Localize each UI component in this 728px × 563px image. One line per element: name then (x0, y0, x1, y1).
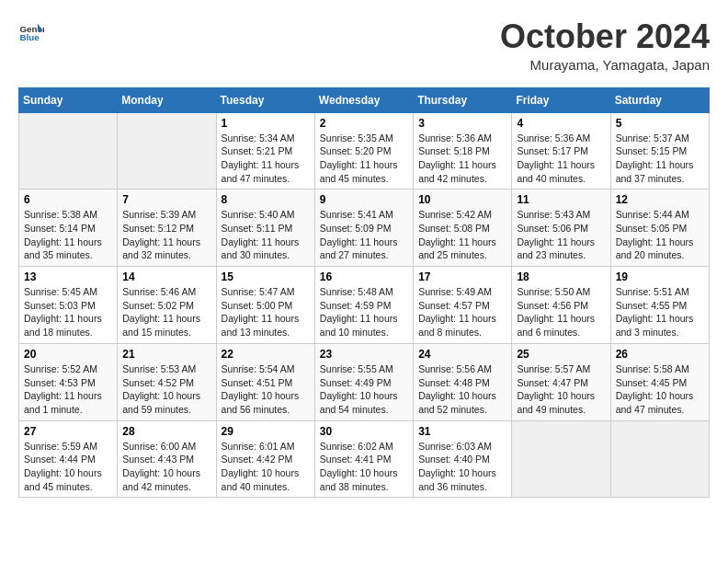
day-number: 28 (122, 425, 210, 438)
table-row (19, 112, 118, 190)
day-info: Sunrise: 6:02 AM Sunset: 4:41 PM Dayligh… (320, 440, 408, 494)
day-number: 20 (24, 348, 112, 361)
day-number: 25 (517, 348, 605, 361)
table-row: 14Sunrise: 5:46 AM Sunset: 5:02 PM Dayli… (118, 267, 216, 344)
day-number: 14 (122, 270, 210, 283)
calendar-week-row: 1Sunrise: 5:34 AM Sunset: 5:21 PM Daylig… (19, 112, 710, 190)
table-row: 25Sunrise: 5:57 AM Sunset: 4:47 PM Dayli… (512, 343, 610, 420)
location-subtitle: Murayama, Yamagata, Japan (500, 57, 710, 73)
day-number: 3 (418, 117, 506, 130)
calendar-week-row: 13Sunrise: 5:45 AM Sunset: 5:03 PM Dayli… (19, 267, 710, 344)
day-info: Sunrise: 5:59 AM Sunset: 4:44 PM Dayligh… (24, 440, 112, 494)
title-block: October 2024 Murayama, Yamagata, Japan (500, 18, 710, 73)
day-number: 1 (222, 117, 310, 130)
day-info: Sunrise: 5:50 AM Sunset: 4:56 PM Dayligh… (517, 285, 605, 339)
day-info: Sunrise: 5:37 AM Sunset: 5:15 PM Dayligh… (616, 132, 704, 186)
col-tuesday: Tuesday (216, 87, 314, 112)
table-row (512, 420, 610, 498)
day-info: Sunrise: 5:54 AM Sunset: 4:51 PM Dayligh… (222, 362, 310, 417)
day-number: 30 (320, 425, 408, 438)
day-number: 31 (418, 425, 506, 438)
day-info: Sunrise: 5:39 AM Sunset: 5:12 PM Dayligh… (122, 208, 210, 262)
col-sunday: Sunday (19, 87, 118, 112)
table-row: 30Sunrise: 6:02 AM Sunset: 4:41 PM Dayli… (314, 420, 413, 498)
logo-icon: General Blue (18, 18, 44, 44)
day-number: 15 (222, 270, 310, 283)
table-row: 18Sunrise: 5:50 AM Sunset: 4:56 PM Dayli… (512, 267, 610, 344)
page-header: General Blue October 2024 Murayama, Yama… (18, 18, 710, 73)
day-info: Sunrise: 5:56 AM Sunset: 4:48 PM Dayligh… (418, 362, 506, 417)
col-saturday: Saturday (610, 87, 709, 112)
col-thursday: Thursday (414, 87, 512, 112)
day-info: Sunrise: 5:51 AM Sunset: 4:55 PM Dayligh… (616, 285, 704, 339)
day-number: 21 (122, 348, 210, 361)
day-info: Sunrise: 6:01 AM Sunset: 4:42 PM Dayligh… (222, 440, 310, 494)
day-info: Sunrise: 5:44 AM Sunset: 5:05 PM Dayligh… (616, 208, 704, 262)
table-row: 8Sunrise: 5:40 AM Sunset: 5:11 PM Daylig… (216, 190, 314, 267)
day-info: Sunrise: 5:38 AM Sunset: 5:14 PM Dayligh… (24, 208, 112, 262)
day-number: 6 (24, 193, 112, 206)
logo: General Blue (18, 18, 44, 44)
day-info: Sunrise: 5:53 AM Sunset: 4:52 PM Dayligh… (122, 362, 210, 417)
day-number: 13 (24, 270, 112, 283)
day-number: 22 (222, 348, 310, 361)
day-number: 2 (320, 117, 408, 130)
day-info: Sunrise: 5:40 AM Sunset: 5:11 PM Dayligh… (222, 208, 310, 262)
table-row: 1Sunrise: 5:34 AM Sunset: 5:21 PM Daylig… (216, 112, 314, 190)
table-row: 6Sunrise: 5:38 AM Sunset: 5:14 PM Daylig… (19, 190, 118, 267)
day-info: Sunrise: 5:35 AM Sunset: 5:20 PM Dayligh… (320, 132, 408, 186)
day-number: 7 (122, 193, 210, 206)
table-row: 27Sunrise: 5:59 AM Sunset: 4:44 PM Dayli… (19, 420, 118, 498)
day-info: Sunrise: 5:34 AM Sunset: 5:21 PM Dayligh… (222, 132, 310, 186)
table-row: 9Sunrise: 5:41 AM Sunset: 5:09 PM Daylig… (314, 190, 413, 267)
day-info: Sunrise: 5:52 AM Sunset: 4:53 PM Dayligh… (24, 362, 112, 417)
day-info: Sunrise: 5:55 AM Sunset: 4:49 PM Dayligh… (320, 362, 408, 417)
day-number: 27 (24, 425, 112, 438)
table-row: 17Sunrise: 5:49 AM Sunset: 4:57 PM Dayli… (414, 267, 512, 344)
table-row: 15Sunrise: 5:47 AM Sunset: 5:00 PM Dayli… (216, 267, 314, 344)
table-row: 21Sunrise: 5:53 AM Sunset: 4:52 PM Dayli… (118, 343, 216, 420)
day-number: 29 (222, 425, 310, 438)
day-info: Sunrise: 5:47 AM Sunset: 5:00 PM Dayligh… (222, 285, 310, 339)
table-row: 5Sunrise: 5:37 AM Sunset: 5:15 PM Daylig… (610, 112, 709, 190)
table-row (610, 420, 709, 498)
col-friday: Friday (512, 87, 610, 112)
day-info: Sunrise: 5:57 AM Sunset: 4:47 PM Dayligh… (517, 362, 605, 417)
calendar-table: Sunday Monday Tuesday Wednesday Thursday… (18, 87, 710, 499)
calendar-header-row: Sunday Monday Tuesday Wednesday Thursday… (19, 87, 710, 112)
day-number: 16 (320, 270, 408, 283)
day-number: 19 (616, 270, 704, 283)
table-row: 22Sunrise: 5:54 AM Sunset: 4:51 PM Dayli… (216, 343, 314, 420)
day-number: 17 (418, 270, 506, 283)
table-row: 19Sunrise: 5:51 AM Sunset: 4:55 PM Dayli… (610, 267, 709, 344)
table-row: 4Sunrise: 5:36 AM Sunset: 5:17 PM Daylig… (512, 112, 610, 190)
day-number: 9 (320, 193, 408, 206)
day-number: 5 (616, 117, 704, 130)
day-info: Sunrise: 5:48 AM Sunset: 4:59 PM Dayligh… (320, 285, 408, 339)
col-monday: Monday (118, 87, 216, 112)
table-row: 26Sunrise: 5:58 AM Sunset: 4:45 PM Dayli… (610, 343, 709, 420)
calendar-week-row: 27Sunrise: 5:59 AM Sunset: 4:44 PM Dayli… (19, 420, 710, 498)
day-number: 24 (418, 348, 506, 361)
day-info: Sunrise: 6:00 AM Sunset: 4:43 PM Dayligh… (122, 440, 210, 494)
day-number: 26 (616, 348, 704, 361)
calendar-week-row: 6Sunrise: 5:38 AM Sunset: 5:14 PM Daylig… (19, 190, 710, 267)
table-row: 31Sunrise: 6:03 AM Sunset: 4:40 PM Dayli… (414, 420, 512, 498)
table-row (118, 112, 216, 190)
day-info: Sunrise: 5:41 AM Sunset: 5:09 PM Dayligh… (320, 208, 408, 262)
day-info: Sunrise: 5:36 AM Sunset: 5:18 PM Dayligh… (418, 132, 506, 186)
day-number: 10 (418, 193, 506, 206)
day-info: Sunrise: 5:58 AM Sunset: 4:45 PM Dayligh… (616, 362, 704, 417)
table-row: 13Sunrise: 5:45 AM Sunset: 5:03 PM Dayli… (19, 267, 118, 344)
day-info: Sunrise: 5:36 AM Sunset: 5:17 PM Dayligh… (517, 132, 605, 186)
day-number: 18 (517, 270, 605, 283)
table-row: 10Sunrise: 5:42 AM Sunset: 5:08 PM Dayli… (414, 190, 512, 267)
table-row: 3Sunrise: 5:36 AM Sunset: 5:18 PM Daylig… (414, 112, 512, 190)
day-info: Sunrise: 5:46 AM Sunset: 5:02 PM Dayligh… (122, 285, 210, 339)
svg-text:Blue: Blue (19, 32, 40, 42)
table-row: 20Sunrise: 5:52 AM Sunset: 4:53 PM Dayli… (19, 343, 118, 420)
day-info: Sunrise: 5:42 AM Sunset: 5:08 PM Dayligh… (418, 208, 506, 262)
table-row: 28Sunrise: 6:00 AM Sunset: 4:43 PM Dayli… (118, 420, 216, 498)
col-wednesday: Wednesday (314, 87, 413, 112)
day-info: Sunrise: 5:45 AM Sunset: 5:03 PM Dayligh… (24, 285, 112, 339)
